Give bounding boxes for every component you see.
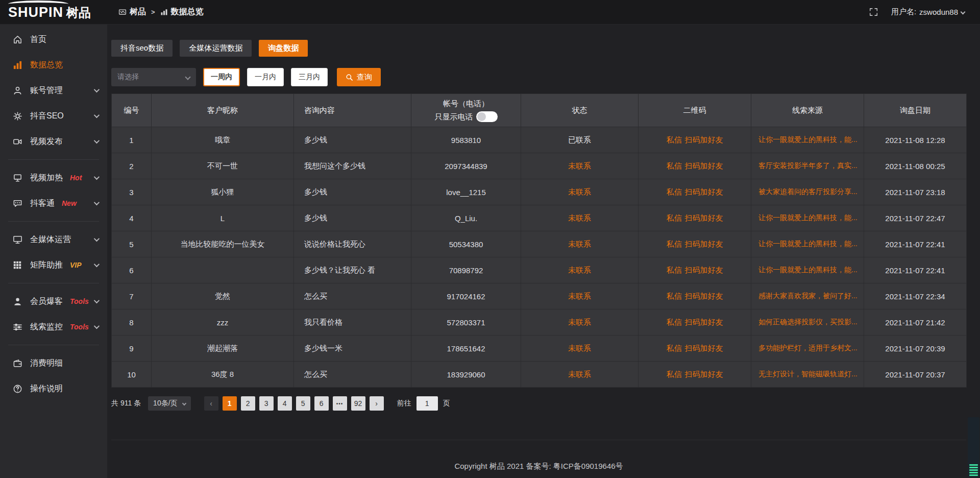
page-button-6[interactable]: 6 <box>314 396 329 411</box>
sliders-icon <box>13 322 22 332</box>
cell-account: 9583810 <box>411 127 521 153</box>
range-button-week[interactable]: 一周内 <box>203 68 240 86</box>
sidebar-item-douketong[interactable]: 抖客通 New <box>0 190 107 216</box>
search-button[interactable]: 查询 <box>337 68 381 86</box>
private-message-link[interactable]: 私信 <box>667 292 682 300</box>
private-message-link[interactable]: 私信 <box>667 318 682 326</box>
account-select[interactable]: 请选择 <box>111 68 196 86</box>
scan-add-friend-link[interactable]: 扫码加好友 <box>685 370 723 378</box>
cell-source[interactable]: 感谢大家喜欢我家，被问了好... <box>751 283 864 309</box>
tab-douyin-seo-data[interactable]: 抖音seo数据 <box>111 40 173 57</box>
cell-account: love__1215 <box>411 179 521 205</box>
col-header-date: 询盘日期 <box>864 94 967 127</box>
scan-add-friend-link[interactable]: 扫码加好友 <box>685 187 723 196</box>
cell-status: 未联系 <box>521 231 639 257</box>
cell-source[interactable]: 让你一眼就爱上的黑科技，能... <box>751 257 864 283</box>
page-button-2[interactable]: 2 <box>241 396 255 411</box>
monitor-icon <box>13 235 22 245</box>
cell-nickname: zzz <box>152 309 294 336</box>
sidebar-item-member-burst[interactable]: 会员爆客 Tools <box>0 289 107 314</box>
table-row: 3狐小狸多少钱love__1215未联系私信扫码加好友被大家追着问的客厅投影分享… <box>112 179 967 205</box>
sidebar-item-operation-guide[interactable]: 操作说明 <box>0 376 107 401</box>
page-button-3[interactable]: 3 <box>259 396 274 411</box>
private-message-link[interactable]: 私信 <box>667 344 682 352</box>
table-row: 1哦章多少钱9583810已联系私信扫码加好友让你一眼就爱上的黑科技，能...2… <box>112 127 967 153</box>
cell-qrcode: 私信扫码加好友 <box>639 283 751 309</box>
page-button-more[interactable]: ••• <box>333 396 347 411</box>
cell-no: 3 <box>112 179 152 205</box>
cell-nickname: 不可一世 <box>152 153 294 179</box>
scan-add-friend-link[interactable]: 扫码加好友 <box>685 161 723 170</box>
cell-status: 未联系 <box>521 153 639 179</box>
cell-source[interactable]: 被大家追着问的客厅投影分享... <box>751 179 864 205</box>
scan-add-friend-link[interactable]: 扫码加好友 <box>685 292 723 300</box>
fullscreen-icon[interactable] <box>869 8 878 16</box>
cell-source[interactable]: 如何正确选择投影仪，买投影... <box>751 309 864 336</box>
private-message-link[interactable]: 私信 <box>667 213 682 222</box>
private-message-link[interactable]: 私信 <box>667 161 682 170</box>
scan-add-friend-link[interactable]: 扫码加好友 <box>685 266 723 274</box>
sidebar-item-omnimedia-operation[interactable]: 全媒体运营 <box>0 227 107 252</box>
scan-add-friend-link[interactable]: 扫码加好友 <box>685 135 723 144</box>
chevron-down-icon <box>94 261 100 267</box>
col-header-source: 线索来源 <box>751 94 864 127</box>
member-icon <box>13 297 22 306</box>
breadcrumb-root[interactable]: 树品 <box>118 7 146 17</box>
tools-badge: Tools <box>70 297 89 305</box>
sidebar-item-matrix-boost[interactable]: 矩阵助推 VIP <box>0 252 107 278</box>
page-button-5[interactable]: 5 <box>296 396 310 411</box>
table-header-row: 编号 客户昵称 咨询内容 帐号（电话） 只显示电话 状态 二维码 线索来源 询盘… <box>112 94 967 127</box>
cell-source[interactable]: 让你一眼就爱上的黑科技，能... <box>751 231 864 257</box>
cell-qrcode: 私信扫码加好友 <box>639 205 751 231</box>
goto-page-input[interactable] <box>416 396 438 411</box>
cell-source[interactable]: 多功能护栏灯，适用于乡村文... <box>751 336 864 362</box>
sidebar-item-data-overview[interactable]: 数据总览 <box>0 52 107 78</box>
cell-source[interactable]: 客厅安装投影半年多了，真实... <box>751 153 864 179</box>
cell-source[interactable]: 无主灯设计，智能磁吸轨道灯... <box>751 362 864 388</box>
range-button-quarter[interactable]: 三月内 <box>291 68 328 86</box>
page-button-92[interactable]: 92 <box>351 396 365 411</box>
page-size-select[interactable]: 10条/页 <box>148 396 190 411</box>
cell-status: 未联系 <box>521 179 639 205</box>
sidebar-item-account-management[interactable]: 账号管理 <box>0 78 107 103</box>
chevron-down-icon <box>961 10 966 15</box>
tab-omnimedia-data[interactable]: 全媒体运营数据 <box>180 40 252 57</box>
scan-add-friend-link[interactable]: 扫码加好友 <box>685 240 723 248</box>
cell-source[interactable]: 让你一眼就爱上的黑科技，能... <box>751 205 864 231</box>
next-page-button[interactable]: › <box>370 396 384 411</box>
private-message-link[interactable]: 私信 <box>667 187 682 196</box>
scan-add-friend-link[interactable]: 扫码加好友 <box>685 213 723 222</box>
chat-icon <box>13 199 22 208</box>
sidebar-item-douyin-seo[interactable]: 抖音SEO <box>0 103 107 129</box>
cell-content: 怎么买 <box>294 283 411 309</box>
breadcrumb-current: 数据总览 <box>160 7 204 17</box>
prev-page-button[interactable]: ‹ <box>204 396 218 411</box>
sidebar-item-lead-monitoring[interactable]: 线索监控 Tools <box>0 314 107 340</box>
private-message-link[interactable]: 私信 <box>667 135 682 144</box>
private-message-link[interactable]: 私信 <box>667 266 682 274</box>
sidebar-item-home[interactable]: 首页 <box>0 27 107 52</box>
phone-only-toggle[interactable] <box>476 111 498 122</box>
cell-content: 说说价格让我死心 <box>294 231 411 257</box>
cell-date: 2021-11-07 22:41 <box>864 257 967 283</box>
sidebar-item-video-heating[interactable]: 视频加热 Hot <box>0 165 107 190</box>
private-message-link[interactable]: 私信 <box>667 370 682 378</box>
scan-add-friend-link[interactable]: 扫码加好友 <box>685 344 723 352</box>
user-menu[interactable]: 用户名: zswodun88 <box>891 7 965 17</box>
cell-date: 2021-11-07 22:41 <box>864 231 967 257</box>
page-button-1[interactable]: 1 <box>223 396 237 411</box>
page-button-4[interactable]: 4 <box>278 396 292 411</box>
scan-add-friend-link[interactable]: 扫码加好友 <box>685 318 723 326</box>
sidebar-item-consumption-details[interactable]: 消费明细 <box>0 350 107 376</box>
cell-content: 我想问这个多少钱 <box>294 153 411 179</box>
tab-inquiry-data[interactable]: 询盘数据 <box>259 40 308 57</box>
cell-source[interactable]: 让你一眼就爱上的黑科技，能... <box>751 127 864 153</box>
cell-no: 9 <box>112 336 152 362</box>
range-button-month[interactable]: 一月内 <box>247 68 284 86</box>
cell-qrcode: 私信扫码加好友 <box>639 153 751 179</box>
bar-chart-icon <box>160 8 168 16</box>
sidebar-item-video-publish[interactable]: 视频发布 <box>0 129 107 154</box>
cell-no: 7 <box>112 283 152 309</box>
private-message-link[interactable]: 私信 <box>667 240 682 248</box>
sidebar-divider <box>8 345 99 345</box>
